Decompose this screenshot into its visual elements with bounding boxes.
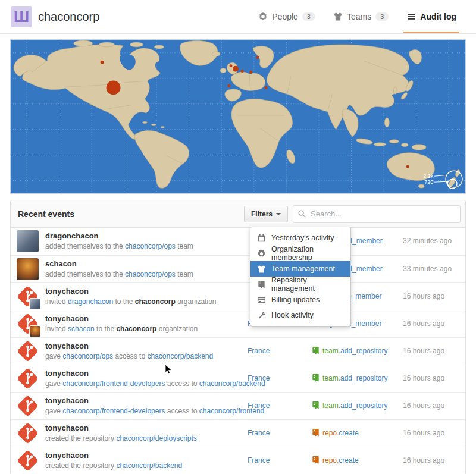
git-logo-avatar: [17, 395, 39, 417]
description-link[interactable]: chaconcorp/backend: [116, 462, 182, 470]
event-type-text[interactable]: team.: [322, 374, 340, 382]
legend-label: 2.2k: [423, 173, 433, 179]
description-text: gave: [45, 352, 62, 360]
event-location-link[interactable]: France: [248, 401, 270, 410]
event-type-text[interactable]: add_repository: [340, 374, 387, 382]
actor-avatar-git[interactable]: [17, 395, 39, 417]
panel-title: Recent events: [18, 209, 74, 219]
event-timestamp: 16 hours ago: [403, 292, 444, 300]
description-link[interactable]: chaconcorp/ops: [62, 352, 113, 360]
org-avatar[interactable]: Ш: [11, 6, 32, 27]
event-type-text[interactable]: create: [339, 429, 358, 437]
description-link[interactable]: chaconcorp/ops: [125, 242, 176, 250]
event-timestamp: 32 minutes ago: [403, 237, 452, 245]
description-text: access to: [165, 407, 199, 415]
event-type-text[interactable]: add_repository: [340, 347, 387, 355]
description-link[interactable]: chaconcorp/frontend-developers: [62, 407, 165, 415]
actor-avatar-git[interactable]: [17, 340, 39, 362]
event-timestamp: 16 hours ago: [403, 401, 444, 410]
events-toolbar: Recent events Filters: [11, 200, 465, 228]
event-type-text[interactable]: repo.: [322, 456, 339, 464]
event-type-text[interactable]: repo.: [322, 429, 339, 437]
description-text: team: [176, 242, 193, 250]
tab-label: Teams: [347, 12, 371, 21]
tab-label: People: [272, 12, 298, 21]
activity-dot: [107, 80, 121, 95]
event-location-link[interactable]: France: [248, 347, 270, 355]
description-link[interactable]: chaconcorp/frontend-developers: [62, 379, 165, 388]
activity-dot: [406, 165, 409, 168]
actor-avatar-git[interactable]: [17, 313, 39, 335]
actor-avatar-git[interactable]: [17, 450, 39, 472]
description-text: gave: [45, 379, 62, 388]
hook-icon: [257, 311, 266, 320]
activity-dot: [230, 64, 233, 67]
list-icon: [406, 12, 416, 21]
org-name: chaconcorp: [38, 10, 99, 24]
event-row: tonychacongave chaconcorp/frontend-devel…: [11, 365, 465, 392]
repo-icon: [311, 373, 320, 382]
event-type: team.add_repository: [311, 373, 387, 382]
repo-icon: [257, 280, 266, 289]
event-type-text[interactable]: add_repository: [340, 401, 387, 410]
tab-label: Audit log: [420, 12, 456, 21]
git-logo-avatar: [17, 450, 39, 472]
event-type-text[interactable]: team.: [322, 347, 340, 355]
world-activity-map[interactable]: 2.2k720: [10, 39, 466, 194]
event-row: tonychaconinvited schacon to the chaconc…: [11, 310, 465, 337]
event-type-text[interactable]: team.: [322, 401, 340, 410]
organization-icon: [258, 12, 268, 21]
jersey-icon: [333, 12, 343, 21]
description-link[interactable]: schacon: [68, 325, 95, 333]
event-location-link[interactable]: France: [248, 456, 270, 464]
tab-teams[interactable]: Teams3: [324, 0, 397, 33]
description-org-name: chaconcorp: [116, 325, 156, 333]
event-type: team.add_repository: [311, 401, 387, 410]
description-link[interactable]: chaconcorp/ops: [125, 270, 176, 278]
event-location-link[interactable]: France: [248, 429, 270, 437]
actor-avatar-photo[interactable]: [17, 258, 39, 280]
tab-people[interactable]: People3: [249, 0, 324, 33]
description-link[interactable]: chaconcorp/backend: [147, 352, 213, 360]
menu-item-label: Organization membership: [271, 245, 344, 262]
actor-avatar-git[interactable]: [17, 422, 39, 444]
menu-item-hook-activity[interactable]: Hook activity: [250, 307, 350, 323]
repo-icon: [311, 401, 320, 410]
filters-button[interactable]: Filters: [244, 206, 288, 222]
description-link[interactable]: dragonchacon: [68, 297, 113, 306]
search-icon: [298, 209, 306, 218]
chevron-down-icon: [276, 213, 281, 215]
description-link[interactable]: chaconcorp/deployscripts: [116, 434, 196, 442]
menu-item-label: Billing updates: [271, 296, 320, 304]
menu-item-label: Yesterday's activity: [271, 234, 334, 242]
description-text: access to: [165, 379, 199, 388]
menu-item-billing-updates[interactable]: Billing updates: [250, 292, 350, 307]
description-text: invited: [45, 297, 68, 306]
tab-audit-log[interactable]: Audit log: [397, 0, 465, 33]
description-text: to the: [95, 325, 117, 333]
event-location-link[interactable]: France: [248, 374, 270, 382]
event-timestamp: 16 hours ago: [403, 347, 444, 355]
menu-item-team-management[interactable]: Team management: [250, 261, 350, 277]
search-input[interactable]: [293, 205, 461, 223]
menu-item-repository-management[interactable]: Repository management: [250, 277, 350, 292]
actor-avatar-photo[interactable]: [17, 230, 39, 252]
menu-item-yesterday-s-activity[interactable]: Yesterday's activity: [250, 230, 350, 246]
world-map-svg: 2.2k720: [11, 40, 465, 193]
description-text: created the repository: [45, 434, 116, 442]
description-text: organization: [176, 297, 217, 306]
event-timestamp: 33 minutes ago: [403, 265, 452, 273]
description-text: team: [176, 270, 193, 278]
actor-avatar-git[interactable]: [17, 368, 39, 390]
menu-item-organization-membership[interactable]: Organization membership: [250, 246, 350, 261]
activity-dot: [240, 70, 243, 73]
activity-dot: [249, 71, 252, 74]
git-logo-avatar: [17, 422, 39, 444]
menu-item-label: Hook activity: [271, 311, 314, 319]
description-org-name: chaconcorp: [135, 297, 176, 306]
actor-avatar-git[interactable]: [17, 285, 39, 307]
recent-events-panel: Recent events Filters dragonchaconadded …: [10, 200, 466, 474]
organization-icon: [257, 249, 266, 258]
event-row: tonychacongave chaconcorp/ops access to …: [11, 337, 465, 365]
event-type-text[interactable]: create: [339, 456, 358, 464]
